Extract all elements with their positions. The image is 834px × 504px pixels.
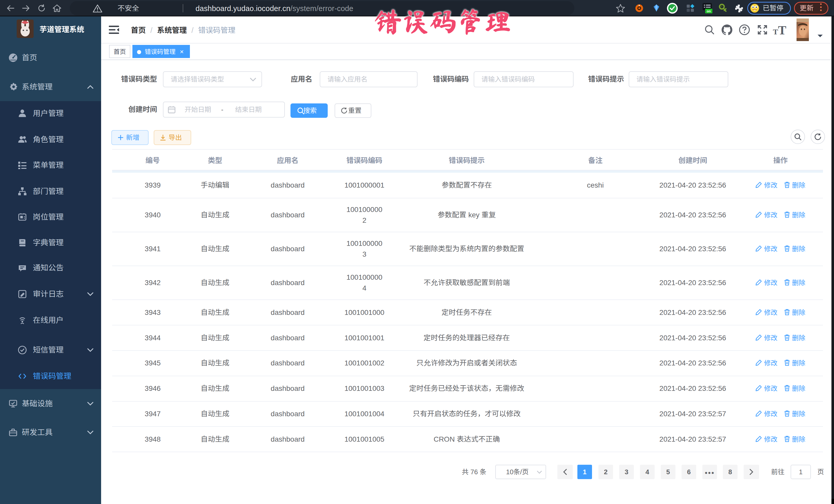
svg-text:on: on <box>707 9 711 13</box>
